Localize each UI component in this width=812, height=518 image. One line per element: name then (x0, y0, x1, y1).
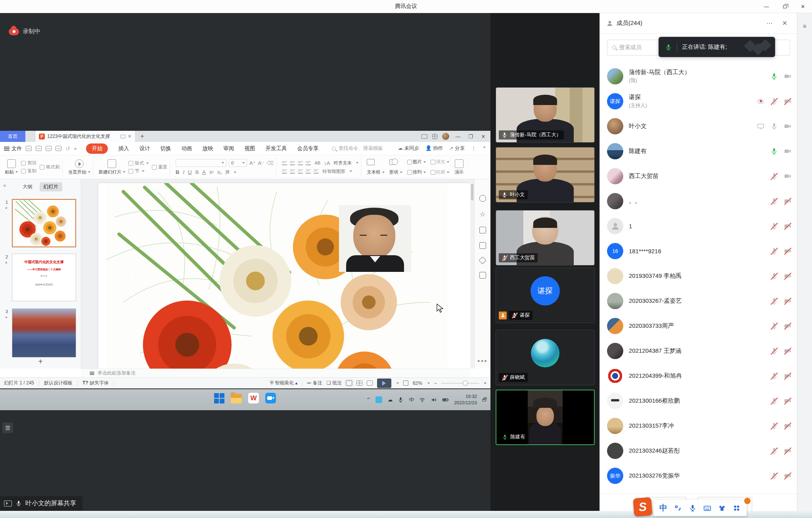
mic-off-icon[interactable] (770, 372, 778, 380)
mic-green-icon[interactable] (770, 73, 778, 80)
ime-punctuation-icon[interactable] (674, 504, 682, 512)
new-tab-button[interactable]: + (140, 133, 144, 140)
quick-tools-icon[interactable] (479, 256, 486, 264)
more-menu-icon[interactable]: ⋮ (471, 145, 476, 151)
ribbon-tab-7[interactable]: 审阅 (223, 145, 234, 152)
play-from-page-button[interactable]: 当页开始 (68, 159, 90, 175)
sync-status[interactable]: ☁ 未同步 (398, 145, 419, 152)
mic-off-icon[interactable] (770, 447, 778, 455)
comments-button[interactable]: ❏ 批注 (327, 380, 342, 386)
strike-button[interactable]: S (195, 169, 199, 175)
shape-button[interactable]: 形状 (389, 169, 402, 175)
normal-view-icon[interactable] (346, 380, 352, 386)
wps-user-avatar[interactable] (442, 133, 449, 140)
cam-off-icon[interactable] (784, 247, 791, 255)
fit-slide-icon[interactable] (403, 380, 408, 386)
ribbon-tab-5[interactable]: 动画 (181, 145, 192, 152)
members-close-icon[interactable]: ✕ (779, 19, 791, 27)
notes-toggle-button[interactable]: ≕ 备注 (307, 380, 322, 386)
ime-skin-icon[interactable] (718, 504, 726, 512)
cam-off-icon[interactable] (784, 222, 791, 230)
collapse-ribbon-icon[interactable]: ⌃ (483, 145, 486, 151)
member-row[interactable]: 2021303246赵若彤 (600, 438, 797, 463)
member-row[interactable]: 2021204387 王梦涵 (600, 338, 797, 363)
align-text-button[interactable]: 对齐文本 (333, 160, 352, 166)
decrease-font-icon[interactable]: A⁻ (258, 160, 264, 166)
copy-button[interactable]: 复制 (21, 168, 36, 174)
workspace-grid-icon[interactable] (432, 134, 437, 139)
mic-off-icon[interactable] (770, 222, 778, 230)
underline-button[interactable]: U (188, 169, 192, 175)
superscript-button[interactable]: X² (209, 170, 214, 175)
cam-off-icon[interactable] (784, 447, 791, 455)
member-row[interactable]: 2021300166蔡欣鹏 (600, 388, 797, 413)
battery-icon[interactable] (442, 396, 449, 403)
justify-icon[interactable] (306, 169, 311, 174)
cam-off-icon[interactable] (784, 297, 791, 305)
cam-off-icon[interactable] (784, 97, 791, 105)
sort-text-icon[interactable]: ↕A (324, 160, 330, 166)
wps-restore-button[interactable]: ❐ (467, 134, 475, 140)
cam-off-icon[interactable] (784, 272, 791, 280)
tray-expand-icon[interactable]: ⌃ (366, 397, 371, 403)
mic-off-icon[interactable] (770, 347, 778, 355)
mic-off-icon[interactable] (770, 247, 778, 255)
preview-icon[interactable] (56, 146, 61, 151)
command-search[interactable]: 查找命令、搜索模板 (332, 145, 383, 152)
mic-off-icon[interactable] (770, 422, 778, 430)
wps-close-button[interactable]: ✕ (479, 134, 487, 140)
wps-app-icon[interactable]: W (248, 393, 259, 403)
align-right-icon[interactable] (298, 169, 303, 174)
wifi-icon[interactable] (419, 397, 425, 403)
missing-font-indicator[interactable]: T? 缺失字体 (82, 380, 109, 386)
ime-indicator[interactable]: 中 (409, 396, 414, 403)
pinyin-button[interactable]: 拼 (225, 169, 230, 175)
slide-thumb-3[interactable]: 3 ✶ (12, 308, 76, 357)
paste-button[interactable]: 粘贴 (5, 159, 18, 175)
mic-off-icon[interactable] (770, 272, 778, 280)
font-size-select[interactable]: 0 (229, 159, 247, 167)
sidebar-more-icon[interactable]: ●●● (475, 358, 490, 363)
cam-gray-icon[interactable] (784, 147, 791, 155)
ribbon-tab-3[interactable]: 设计 (139, 145, 150, 152)
member-row[interactable]: 陈建有 (600, 139, 797, 164)
undo-icon[interactable]: ↺ (65, 145, 70, 152)
fill-button[interactable]: 填充 (431, 159, 449, 165)
add-slide-button[interactable]: + (0, 357, 81, 366)
mic-off-icon[interactable] (770, 397, 778, 405)
reset-button[interactable]: 重置 (152, 164, 167, 170)
output-icon[interactable] (36, 146, 42, 151)
ribbon-tab-9[interactable]: 开发工具 (265, 145, 287, 152)
font-color-button[interactable]: A (202, 169, 206, 175)
properties-icon[interactable] (479, 195, 486, 202)
ribbon-tab-10[interactable]: 会员专享 (297, 145, 318, 152)
wps-document-tab[interactable]: P 1223中国式现代化的文化支撑 ✕ (36, 131, 135, 142)
slides-tab[interactable]: 幻灯片 (40, 182, 63, 191)
member-row[interactable]: 2021303157李冲 (600, 413, 797, 438)
reading-view-icon[interactable] (367, 380, 373, 386)
picture-button[interactable]: 图片 (407, 159, 426, 165)
member-row[interactable]: 16 181****9216 (600, 239, 797, 264)
cam-off-icon[interactable] (784, 472, 791, 480)
volume-icon[interactable] (431, 397, 437, 403)
member-row[interactable]: 2019303749 李柏禹 (600, 264, 797, 289)
member-row[interactable]: 2020303267-孟姿艺 (600, 289, 797, 313)
cam-gray-icon[interactable] (784, 172, 791, 180)
panel-menu-icon[interactable]: ≡ (802, 23, 808, 29)
new-slide-button[interactable]: 新建幻灯片 (99, 159, 126, 175)
image-tools-icon[interactable] (479, 242, 486, 249)
cam-off-icon[interactable] (784, 372, 791, 380)
ribbon-tab-2[interactable]: 插入 (118, 145, 129, 152)
notes-bar[interactable]: 单击此处添加备注 (81, 369, 470, 377)
video-tile[interactable]: 薛晓斌 (496, 330, 595, 385)
ribbon-tab-1[interactable]: 开始 (86, 143, 108, 154)
font-name-select[interactable] (176, 159, 226, 167)
video-tile[interactable]: 西工大贺苗 (496, 210, 595, 266)
current-slide[interactable] (98, 183, 470, 369)
effects-icon[interactable]: ☆ (480, 210, 485, 218)
video-tile[interactable]: 叶小文 (496, 147, 595, 203)
clear-format-icon[interactable]: ⌫ (266, 160, 274, 166)
ime-keyboard-icon[interactable] (703, 504, 711, 512)
split-view-icon[interactable] (421, 134, 427, 139)
member-row[interactable]: 。。 (600, 189, 797, 214)
